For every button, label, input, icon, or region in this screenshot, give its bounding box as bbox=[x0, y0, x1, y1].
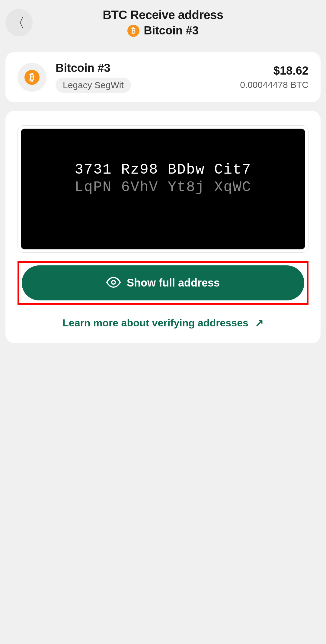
chevron-left-icon: 〈 bbox=[12, 14, 24, 31]
account-crypto-value: 0.00044478 BTC bbox=[240, 80, 308, 90]
address-display: 3731 Rz98 BDbw Cit7 LqPN 6VhV Yt8j XqWC bbox=[21, 129, 305, 249]
external-link-icon: ↗ bbox=[255, 317, 264, 329]
back-button[interactable]: 〈 bbox=[5, 9, 33, 36]
learn-more-link[interactable]: Learn more about verifying addresses ↗ bbox=[18, 317, 308, 329]
bitcoin-icon: ₿ bbox=[127, 25, 139, 37]
show-full-address-button[interactable]: Show full address bbox=[22, 265, 304, 300]
account-name: Bitcoin #3 bbox=[56, 62, 131, 75]
account-balances: $18.62 0.00044478 BTC bbox=[240, 64, 308, 90]
address-display-frame: 3731 Rz98 BDbw Cit7 LqPN 6VhV Yt8j XqWC bbox=[18, 125, 308, 253]
address-line-2: LqPN 6VhV Yt8j XqWC bbox=[33, 179, 293, 195]
highlight-annotation: Show full address bbox=[18, 261, 308, 305]
bitcoin-icon: ₿ bbox=[24, 70, 40, 85]
header: 〈 BTC Receive address ₿ Bitcoin #3 bbox=[0, 0, 326, 43]
account-fiat-value: $18.62 bbox=[273, 64, 308, 77]
svg-point-0 bbox=[112, 280, 115, 284]
account-type-badge: Legacy SegWit bbox=[56, 78, 131, 93]
page-title: BTC Receive address bbox=[103, 8, 223, 22]
account-left: ₿ Bitcoin #3 Legacy SegWit bbox=[18, 62, 131, 93]
address-line-1: 3731 Rz98 BDbw Cit7 bbox=[33, 162, 293, 178]
bitcoin-icon-wrap: ₿ bbox=[18, 63, 46, 92]
address-card: 3731 Rz98 BDbw Cit7 LqPN 6VhV Yt8j XqWC … bbox=[5, 111, 321, 343]
header-subtitle-row: ₿ Bitcoin #3 bbox=[127, 24, 199, 37]
account-card: ₿ Bitcoin #3 Legacy SegWit $18.62 0.0004… bbox=[5, 52, 321, 102]
learn-more-label: Learn more about verifying addresses bbox=[62, 317, 248, 329]
eye-icon bbox=[106, 275, 121, 291]
show-button-label: Show full address bbox=[127, 277, 220, 289]
account-info: Bitcoin #3 Legacy SegWit bbox=[56, 62, 131, 93]
page-subtitle: Bitcoin #3 bbox=[144, 24, 199, 37]
header-titles: BTC Receive address ₿ Bitcoin #3 bbox=[0, 8, 326, 37]
